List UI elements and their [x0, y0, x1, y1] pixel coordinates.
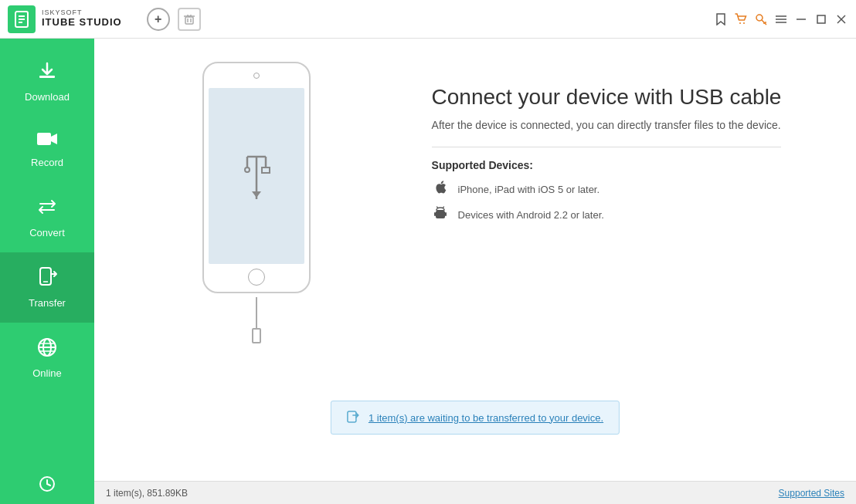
divider	[432, 147, 782, 147]
phone-illustration	[202, 62, 311, 293]
svg-rect-54	[348, 411, 356, 422]
cart-icon[interactable]	[734, 12, 748, 26]
svg-rect-53	[441, 216, 443, 218]
transfer-notification[interactable]: 1 item(s) are waiting to be transferred …	[331, 401, 620, 435]
info-panel: Connect your device with USB cable After…	[432, 85, 782, 232]
apple-device-item: iPhone, iPad with iOS 5 or later.	[432, 181, 782, 198]
usb-cable	[252, 297, 261, 343]
transfer-title: Connect your device with USB cable	[432, 85, 782, 110]
clock-icon	[39, 475, 56, 492]
maximize-button[interactable]	[814, 12, 828, 26]
svg-rect-43	[262, 167, 270, 173]
title-bar-right	[714, 12, 848, 26]
device-illustration	[202, 62, 311, 343]
sidebar-item-online[interactable]: Online	[0, 323, 94, 393]
sidebar-item-convert[interactable]: Convert	[0, 182, 94, 252]
logo-bottom-text: ITUBE STUDIO	[42, 17, 122, 28]
convert-icon	[36, 196, 58, 222]
status-bar: 1 item(s), 851.89KB Supported Sites	[94, 481, 856, 504]
svg-rect-50	[434, 212, 436, 216]
svg-rect-52	[438, 216, 440, 218]
online-label: Online	[32, 367, 62, 379]
phone-home-button	[248, 269, 265, 286]
svg-point-11	[739, 22, 741, 24]
android-device-text: Devices with Android 2.2 or later.	[458, 209, 604, 221]
svg-rect-25	[37, 133, 51, 145]
sidebar-item-transfer[interactable]: Transfer	[0, 252, 94, 323]
menu-icon[interactable]	[774, 12, 788, 26]
svg-marker-26	[51, 134, 57, 144]
download-label: Download	[25, 91, 70, 103]
status-info: 1 item(s), 851.89KB	[106, 488, 188, 499]
usb-symbol	[233, 145, 280, 207]
close-button[interactable]	[834, 12, 848, 26]
title-bar-left: ISKYSOFT ITUBE STUDIO +	[8, 5, 201, 33]
online-icon	[36, 337, 58, 363]
sidebar-item-download[interactable]: Download	[0, 46, 94, 117]
key-icon[interactable]	[754, 12, 768, 26]
phone-screen	[209, 88, 304, 264]
supported-sites-link[interactable]: Supported Sites	[779, 488, 844, 499]
convert-label: Convert	[29, 227, 65, 238]
add-button[interactable]: +	[147, 8, 170, 31]
transfer-subtitle: After the device is connected, you can d…	[432, 119, 782, 131]
svg-rect-21	[817, 15, 825, 23]
svg-point-13	[756, 15, 763, 21]
transfer-content: Connect your device with USB cable After…	[94, 39, 856, 481]
logo-text: ISKYSOFT ITUBE STUDIO	[42, 9, 122, 28]
record-icon	[36, 130, 58, 152]
usb-connector	[252, 328, 261, 343]
transfer-icon	[36, 266, 58, 293]
svg-point-12	[743, 22, 745, 24]
cable-line	[256, 297, 257, 328]
logo-area: ISKYSOFT ITUBE STUDIO	[8, 5, 122, 33]
apple-device-text: iPhone, iPad with iOS 5 or later.	[458, 184, 600, 195]
logo-icon	[8, 5, 36, 33]
svg-line-49	[443, 207, 444, 208]
supported-devices-title: Supported Devices:	[432, 159, 782, 171]
title-actions: +	[147, 8, 201, 31]
svg-rect-51	[445, 212, 447, 216]
title-bar: ISKYSOFT ITUBE STUDIO +	[0, 0, 856, 39]
phone-speaker	[253, 73, 260, 79]
sidebar-bottom	[0, 464, 94, 504]
svg-point-41	[245, 167, 250, 172]
sidebar-item-record[interactable]: Record	[0, 117, 94, 182]
sidebar: Download Record Convert	[0, 39, 94, 504]
transfer-label: Transfer	[29, 297, 66, 309]
svg-marker-45	[252, 191, 261, 198]
content-area: Connect your device with USB cable After…	[94, 39, 856, 504]
svg-line-48	[436, 207, 438, 208]
transfer-notification-icon	[347, 409, 361, 426]
status-info-text: 1 item(s), 851.89KB	[106, 488, 188, 499]
trash-icon	[183, 13, 195, 25]
download-icon	[36, 60, 58, 86]
delete-button[interactable]	[178, 8, 201, 31]
android-icon	[432, 206, 449, 224]
minimize-button[interactable]	[794, 12, 808, 26]
record-label: Record	[31, 157, 63, 168]
svg-rect-24	[39, 76, 55, 78]
bookmark-icon[interactable]	[714, 12, 728, 26]
transfer-notification-text[interactable]: 1 item(s) are waiting to be transferred …	[369, 412, 603, 424]
svg-rect-4	[185, 17, 193, 24]
android-device-item: Devices with Android 2.2 or later.	[432, 206, 782, 224]
main-layout: Download Record Convert	[0, 39, 856, 504]
svg-line-37	[47, 484, 50, 485]
apple-icon	[432, 181, 449, 198]
